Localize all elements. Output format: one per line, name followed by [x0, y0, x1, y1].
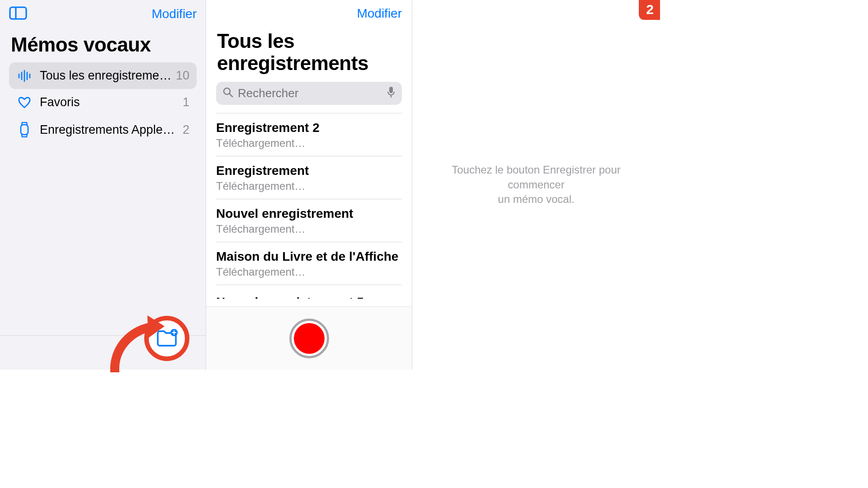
recording-subtitle: Téléchargement…	[216, 137, 402, 150]
sidebar-toggle-icon[interactable]	[9, 6, 27, 22]
app-root: Modifier Mémos vocaux Tous les enregistr…	[0, 0, 660, 370]
recording-title: Enregistrement 2	[216, 121, 402, 135]
dictation-icon[interactable]	[387, 86, 396, 100]
sidebar-list: Tous les enregistrements 10 Favoris 1 En…	[0, 60, 206, 146]
sidebar-topbar: Modifier	[0, 0, 206, 24]
placeholder-line: Touchez le bouton Enregistrer pour comme…	[452, 164, 621, 190]
recording-subtitle: Téléchargement…	[216, 223, 402, 235]
sidebar-item-favorites[interactable]: Favoris 1	[9, 89, 197, 116]
sidebar-bottombar	[0, 335, 206, 370]
recordings-edit-button[interactable]: Modifier	[357, 6, 402, 21]
sidebar-item-count: 2	[183, 123, 189, 137]
recording-title: Maison du Livre et de l'Affiche	[216, 249, 402, 264]
recordings-column: Modifier Tous les enregistrements Enregi…	[206, 0, 412, 370]
sidebar-item-all-recordings[interactable]: Tous les enregistrements 10	[9, 62, 197, 89]
recording-title: Enregistrement	[216, 164, 402, 178]
annotation-circle	[144, 316, 189, 361]
recording-row[interactable]: Maison du Livre et de l'Affiche Téléchar…	[216, 242, 402, 285]
recording-subtitle: Téléchargement…	[216, 266, 402, 278]
search-field[interactable]	[216, 82, 402, 105]
sidebar-edit-button[interactable]: Modifier	[151, 7, 197, 21]
recordings-title: Tous les enregistrements	[206, 23, 412, 79]
svg-line-12	[230, 94, 233, 97]
record-bar	[206, 306, 412, 370]
sidebar-item-count: 1	[183, 95, 189, 109]
recording-row[interactable]: Nouvel enregistrement Téléchargement…	[216, 199, 402, 242]
search-input[interactable]	[238, 86, 387, 100]
recording-subtitle: Téléchargement…	[216, 180, 402, 192]
svg-rect-0	[10, 7, 26, 19]
record-button[interactable]	[289, 319, 329, 358]
sidebar-item-label: Enregistrements Apple…	[40, 123, 179, 137]
svg-rect-13	[389, 87, 393, 93]
sidebar-item-apple-watch[interactable]: Enregistrements Apple… 2	[9, 116, 197, 144]
sidebar-item-label: Tous les enregistrements	[40, 69, 172, 83]
search-icon	[222, 87, 233, 99]
record-button-core	[294, 323, 325, 354]
sidebar-item-label: Favoris	[40, 95, 179, 109]
step-badge: 2	[639, 0, 660, 20]
placeholder-line: un mémo vocal.	[498, 193, 574, 205]
sidebar-item-count: 10	[176, 69, 189, 83]
new-folder-button[interactable]	[156, 328, 178, 349]
recordings-topbar: Modifier	[206, 0, 412, 23]
detail-panel: Touchez le bouton Enregistrer pour comme…	[412, 0, 660, 370]
waveform-icon	[16, 70, 33, 82]
recording-title: Nouvel enregistrement 5	[216, 295, 402, 299]
watch-icon	[16, 122, 33, 137]
recording-title: Nouvel enregistrement	[216, 206, 402, 221]
detail-placeholder: Touchez le bouton Enregistrer pour comme…	[419, 163, 654, 206]
recording-row[interactable]: Enregistrement Téléchargement…	[216, 156, 402, 199]
recording-row[interactable]: Enregistrement 2 Téléchargement…	[216, 113, 402, 156]
recording-row[interactable]: Nouvel enregistrement 5	[216, 285, 402, 299]
svg-rect-7	[21, 125, 28, 135]
new-folder-wrap	[144, 330, 189, 375]
recordings-list: Enregistrement 2 Téléchargement… Enregis…	[216, 113, 402, 299]
sidebar: Modifier Mémos vocaux Tous les enregistr…	[0, 0, 206, 370]
sidebar-title: Mémos vocaux	[0, 24, 206, 60]
heart-icon	[16, 96, 33, 109]
